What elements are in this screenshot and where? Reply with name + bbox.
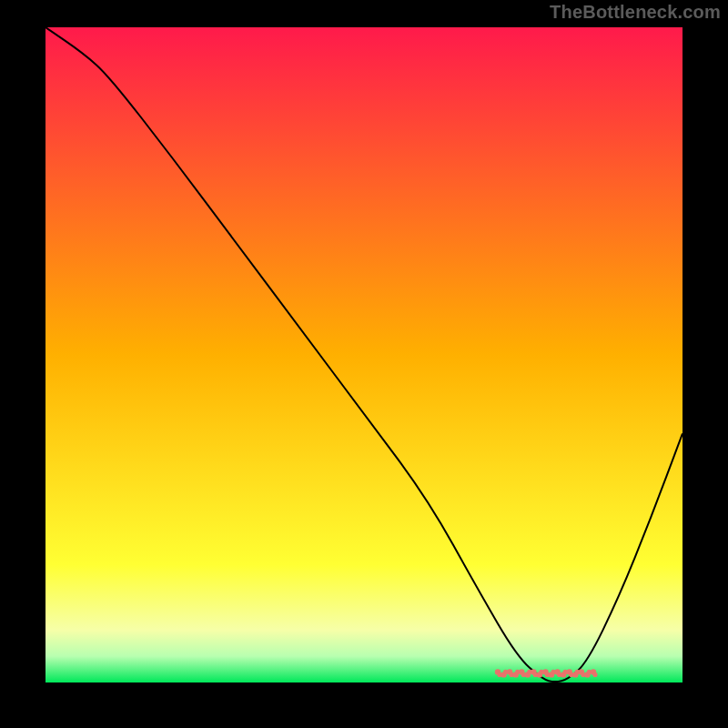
chart-stage: TheBottleneck.com [0, 0, 728, 728]
gradient-background [46, 27, 682, 682]
svg-point-33 [592, 672, 597, 677]
watermark-attribution: TheBottleneck.com [550, 2, 721, 23]
plot-area [46, 27, 682, 682]
flat-region-markers [495, 669, 598, 677]
bottleneck-chart [46, 27, 682, 682]
